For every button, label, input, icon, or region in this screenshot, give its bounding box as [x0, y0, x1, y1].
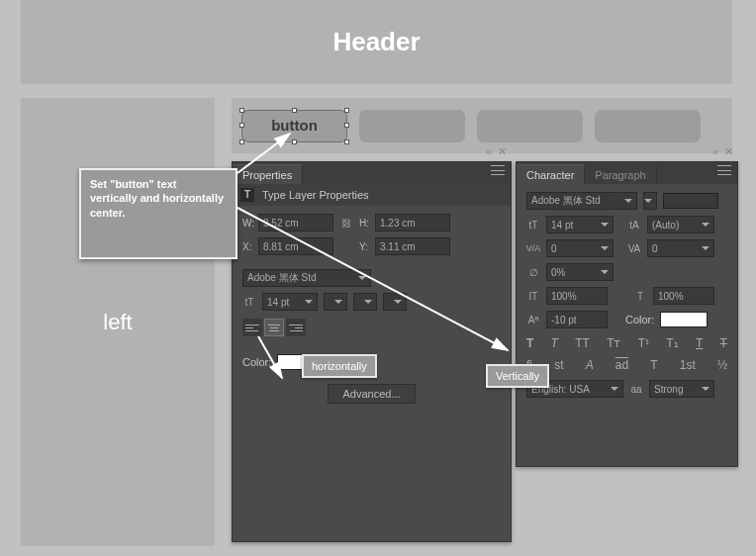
font-family-select[interactable]: Adobe 黑体 Std — [242, 269, 371, 287]
panel-titlebar-icons: « ✕ — [486, 145, 507, 158]
properties-panel: « ✕ Properties T Type Layer Properties W… — [232, 161, 512, 542]
char-hscale[interactable]: 100% — [653, 287, 714, 305]
panel-titlebar-icons: « ✕ — [712, 145, 733, 158]
char-size[interactable]: 14 pt — [546, 216, 614, 233]
resize-handle[interactable] — [239, 108, 244, 113]
oldstyle-icon[interactable]: st — [554, 358, 563, 372]
w-label: W: — [242, 218, 252, 229]
tab-character[interactable]: Character — [517, 164, 585, 184]
section-header: T Type Layer Properties — [233, 184, 511, 206]
height-field[interactable]: 1.23 cm — [375, 214, 450, 232]
canvas: Header left button « ✕ Properties — [5, 0, 751, 556]
font-style-select[interactable] — [324, 293, 347, 311]
nav-button[interactable] — [595, 110, 701, 142]
resize-handle[interactable] — [292, 139, 297, 144]
collapse-icon[interactable]: « — [712, 145, 718, 158]
tab-properties[interactable]: Properties — [233, 164, 303, 184]
swash-icon[interactable]: T — [650, 358, 657, 372]
tooltip-horizontal: horizontally — [302, 354, 377, 378]
font-size-icon: tT — [526, 218, 540, 232]
underline-icon[interactable]: T — [696, 336, 703, 350]
link-icon[interactable]: ⛓ — [339, 216, 353, 230]
close-icon[interactable]: ✕ — [724, 145, 733, 158]
layout-header[interactable]: Header — [21, 0, 732, 84]
panel-titlebar: Character Paragraph — [517, 162, 737, 184]
nav-button-label: button — [271, 117, 318, 134]
character-panel: « ✕ Character Paragraph Adobe 黑体 Std tT … — [516, 161, 738, 467]
panel-menu-icon[interactable] — [717, 165, 731, 175]
aa-label: aa — [629, 382, 643, 396]
font-weight-select[interactable] — [353, 293, 377, 311]
ordinal-icon[interactable]: 1st — [680, 358, 696, 372]
layout-left-column[interactable]: left — [21, 98, 215, 546]
bold-icon[interactable]: T — [526, 336, 533, 350]
resize-handle[interactable] — [344, 139, 349, 144]
fraction-icon[interactable]: ½ — [717, 358, 727, 372]
opentype-row: fi st A ad T 1st ½ — [526, 358, 727, 372]
italic-icon[interactable]: T — [551, 336, 558, 350]
spacer — [339, 239, 353, 253]
callout-text: Set "button" text vertically and horizon… — [90, 178, 224, 219]
y-field[interactable]: 3.11 cm — [375, 237, 450, 255]
resize-handle[interactable] — [239, 123, 244, 128]
char-kerning[interactable]: 0 — [647, 239, 714, 257]
type-layer-icon: T — [240, 188, 254, 202]
resize-handle[interactable] — [292, 108, 297, 113]
y-label: Y: — [359, 241, 369, 252]
sc-a-icon[interactable]: A — [586, 358, 594, 372]
titling-icon[interactable]: ad — [615, 358, 628, 372]
char-color-label: Color: — [625, 314, 654, 325]
antialias-select[interactable]: Strong — [649, 380, 714, 398]
advanced-button[interactable]: Advanced... — [328, 384, 415, 404]
char-va[interactable]: 0 — [546, 239, 614, 257]
allcaps-icon[interactable]: TT — [575, 336, 590, 350]
char-leading[interactable]: (Auto) — [647, 216, 714, 233]
char-font-family-chevron[interactable] — [643, 192, 657, 210]
width-field[interactable]: 3.52 cm — [258, 214, 333, 232]
layout-nav-bar[interactable]: button — [232, 98, 732, 153]
char-tracking[interactable]: 0% — [546, 263, 614, 281]
tab-paragraph[interactable]: Paragraph — [585, 165, 656, 184]
kerning-icon: VA — [627, 241, 641, 255]
collapse-icon[interactable]: « — [486, 145, 492, 158]
char-font-style[interactable] — [663, 193, 718, 209]
type-style-row: T T TT Tᴛ T¹ T₁ T T — [526, 336, 727, 350]
resize-handle[interactable] — [344, 108, 349, 113]
panel-titlebar: Properties — [233, 162, 511, 184]
align-center-button[interactable] — [264, 319, 284, 336]
resize-handle[interactable] — [239, 139, 244, 144]
baseline-icon: Aª — [526, 313, 540, 326]
tracking-icon: ∅ — [526, 265, 540, 279]
x-label: X: — [242, 241, 252, 252]
smallcaps-icon[interactable]: Tᴛ — [607, 336, 620, 350]
panel-menu-icon[interactable] — [491, 165, 505, 175]
leading-icon: tA — [627, 218, 641, 232]
char-vscale[interactable]: 100% — [546, 287, 608, 305]
section-title: Type Layer Properties — [262, 189, 369, 201]
close-icon[interactable]: ✕ — [498, 145, 507, 158]
align-right-button[interactable] — [286, 319, 306, 336]
color-label: Color: — [242, 356, 271, 368]
char-font-family[interactable]: Adobe 黑体 Std — [526, 192, 637, 210]
strikethrough-icon[interactable]: T — [720, 336, 727, 350]
header-title: Header — [332, 27, 420, 57]
font-variant-select[interactable] — [383, 293, 407, 311]
x-field[interactable]: 8.81 cm — [258, 237, 333, 255]
char-color-swatch[interactable] — [660, 312, 708, 327]
instruction-callout: Set "button" text vertically and horizon… — [79, 168, 237, 259]
nav-button[interactable] — [477, 110, 583, 142]
h-label: H: — [359, 218, 369, 229]
align-left-button[interactable] — [242, 319, 262, 336]
subscript-icon[interactable]: T₁ — [666, 336, 678, 350]
resize-handle[interactable] — [344, 123, 349, 128]
font-size-select[interactable]: 14 pt — [262, 293, 318, 311]
va-icon: V/A — [526, 241, 540, 255]
char-baseline[interactable]: -10 pt — [546, 311, 608, 328]
nav-button-selected[interactable]: button — [241, 110, 347, 142]
character-body: Adobe 黑体 Std tT 14 pt tA (Auto) V/A 0 VA… — [517, 184, 737, 412]
align-row — [242, 319, 501, 336]
vscale-icon: IT — [526, 289, 540, 303]
tooltip-vertical: Vertically — [486, 364, 549, 388]
superscript-icon[interactable]: T¹ — [638, 336, 649, 350]
nav-button[interactable] — [359, 110, 465, 142]
